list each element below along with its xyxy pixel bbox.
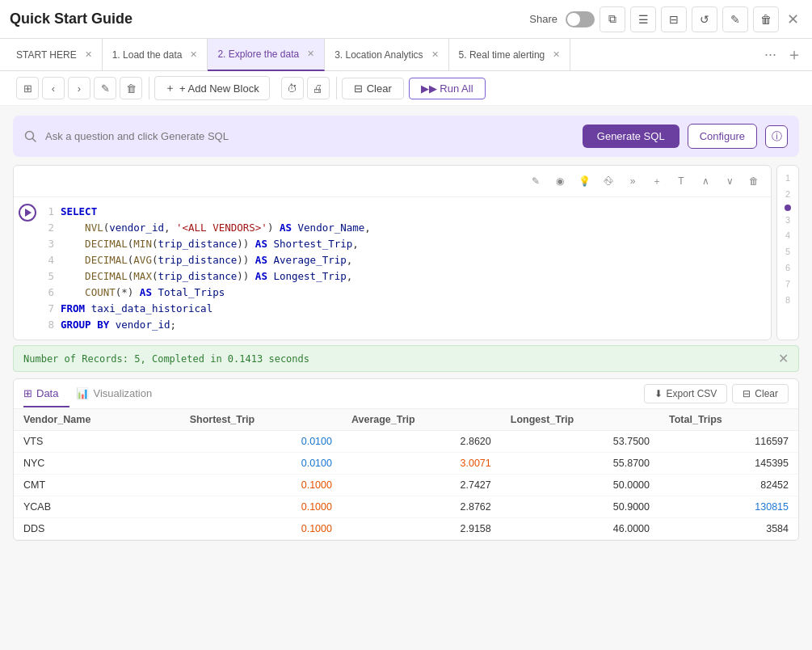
data-actions: ⬇ Export CSV ⊟ Clear — [644, 379, 789, 408]
tab-realtime-alerting[interactable]: 5. Real time alerting ✕ — [449, 39, 571, 71]
tabs-end: ··· ＋ — [761, 44, 806, 65]
lightbulb-icon-btn[interactable]: 💡 — [574, 171, 595, 192]
generate-sql-button[interactable]: Generate SQL — [583, 125, 679, 148]
tab-explore-data[interactable]: 2. Explore the data ✕ — [208, 39, 325, 71]
edit-icon-btn[interactable]: ✎ — [722, 6, 748, 32]
data-panel-tabs: ⊞ Data 📊 Visualization ⬇ Export CSV ⊟ Cl… — [14, 379, 798, 409]
cell-shortest: 0.1000 — [180, 475, 342, 496]
add-block-button[interactable]: ＋ + Add New Block — [154, 76, 270, 100]
tab-load-data[interactable]: 1. Load the data ✕ — [103, 39, 208, 71]
data-clear-button[interactable]: ⊟ Clear — [732, 384, 789, 403]
print-icon-btn[interactable]: 🖨 — [307, 77, 330, 99]
cell-shortest: 0.0100 — [180, 431, 342, 453]
down-icon-btn[interactable]: ∨ — [719, 171, 740, 192]
trash-icon-btn[interactable]: 🗑 — [743, 171, 764, 192]
col-total-trips: Total_Trips — [659, 409, 798, 431]
cell-longest: 46.0000 — [501, 518, 659, 540]
grid-icon-btn[interactable]: ⊞ — [16, 77, 39, 99]
line-numbers: 12345678 — [41, 197, 61, 340]
main-content: Generate SQL Configure ⓘ ✎ ◉ 💡 ⛗ » ＋ T ∧… — [0, 106, 812, 650]
code-block: ✎ ◉ 💡 ⛗ » ＋ T ∧ ∨ 🗑 12345678 — [13, 165, 772, 340]
title-bar: Quick Start Guide Share ⧉ ☰ ⊟ ↺ ✎ 🗑 ✕ — [0, 0, 812, 39]
expand-icon-btn[interactable]: » — [622, 171, 643, 192]
menu-icon-btn[interactable]: ☰ — [630, 6, 656, 32]
cell-total[interactable]: 130815 — [659, 496, 798, 518]
tab-start-here[interactable]: START HERE ✕ — [6, 39, 103, 71]
next-btn[interactable]: › — [68, 77, 90, 99]
pencil-icon-btn[interactable]: ✎ — [525, 171, 546, 192]
more-tabs-button[interactable]: ··· — [761, 46, 780, 63]
cell-vendor: NYC — [14, 453, 180, 475]
tab-close-start[interactable]: ✕ — [85, 49, 92, 60]
cell-total: 116597 — [659, 431, 798, 453]
cell-shortest: 0.1000 — [180, 518, 342, 540]
chart-icon: 📊 — [76, 387, 89, 399]
col-average-trip: Average_Trip — [342, 409, 501, 431]
table-row: DDS 0.1000 2.9158 46.0000 3584 — [14, 518, 798, 540]
run-button-col — [14, 197, 41, 340]
export-csv-button[interactable]: ⬇ Export CSV — [644, 384, 728, 403]
col-longest-trip: Longest_Trip — [501, 409, 659, 431]
prev-btn[interactable]: ‹ — [42, 77, 65, 99]
tab-close-realtime[interactable]: ✕ — [553, 49, 560, 60]
right-line-guide: 1 2 3 4 5 6 7 8 — [776, 165, 799, 340]
delete-icon-btn[interactable]: 🗑 — [753, 6, 779, 32]
configure-button[interactable]: Configure — [688, 124, 757, 149]
text-icon-btn[interactable]: T — [671, 171, 692, 192]
cell-vendor: CMT — [14, 475, 180, 496]
run-triangle-icon — [25, 209, 32, 217]
plus-icon: ＋ — [165, 81, 175, 95]
app-title: Quick Start Guide — [10, 11, 133, 27]
data-table-container: Vendor_Name Shortest_Trip Average_Trip L… — [14, 409, 798, 540]
add-tab-button[interactable]: ＋ — [783, 44, 806, 65]
cell-total: 145395 — [659, 453, 798, 475]
cell-shortest: 0.1000 — [180, 496, 342, 518]
code-editor[interactable]: 12345678 SELECT NVL(vendor_id, '<ALL VEN… — [14, 197, 771, 340]
table-header-row: Vendor_Name Shortest_Trip Average_Trip L… — [14, 409, 798, 431]
clear-button[interactable]: ⊟ Clear — [342, 78, 404, 99]
tab-close-location[interactable]: ✕ — [431, 49, 439, 60]
share-label: Share — [529, 13, 557, 25]
tab-close-explore[interactable]: ✕ — [307, 49, 314, 59]
clock-icon-btn[interactable]: ⏱ — [281, 77, 304, 99]
right-line-6: 6 — [785, 260, 790, 276]
col-vendor-name: Vendor_Name — [14, 409, 180, 431]
delete-block-btn[interactable]: 🗑 — [120, 77, 142, 99]
toolbar-view-group: ⏱ 🖨 — [275, 77, 337, 99]
table-row: CMT 0.1000 2.7427 50.0000 82452 — [14, 475, 798, 496]
cell-average: 2.7427 — [342, 475, 501, 496]
ai-question-input[interactable] — [45, 130, 574, 142]
edit-block-btn[interactable]: ✎ — [94, 77, 116, 99]
share-toggle[interactable] — [566, 11, 595, 27]
cell-longest: 55.8700 — [501, 453, 659, 475]
layout-icon-btn[interactable]: ⊟ — [661, 6, 687, 32]
cell-vendor: YCAB — [14, 496, 180, 518]
right-line-1: 1 — [785, 171, 790, 187]
close-button[interactable]: ✕ — [784, 7, 802, 32]
undo-icon-btn[interactable]: ↺ — [692, 6, 717, 32]
data-panel: ⊞ Data 📊 Visualization ⬇ Export CSV ⊟ Cl… — [13, 378, 799, 541]
right-line-7: 7 — [785, 276, 790, 293]
info-button[interactable]: ⓘ — [765, 125, 788, 148]
up-icon-btn[interactable]: ∧ — [695, 171, 716, 192]
copy-icon-btn[interactable]: ⧉ — [600, 6, 625, 32]
ai-bar: Generate SQL Configure ⓘ — [13, 116, 799, 157]
cell-shortest: 0.0100 — [180, 453, 342, 475]
tab-data[interactable]: ⊞ Data — [23, 381, 69, 407]
svg-line-1 — [33, 138, 36, 141]
status-close-button[interactable]: ✕ — [778, 351, 789, 366]
cell-average: 2.8620 — [342, 431, 501, 453]
code-content[interactable]: SELECT NVL(vendor_id, '<ALL VENDORS>') A… — [61, 197, 771, 340]
tab-close-load[interactable]: ✕ — [190, 49, 197, 60]
hierarchy-icon-btn[interactable]: ⛗ — [598, 171, 619, 192]
tab-visualization[interactable]: 📊 Visualization — [76, 381, 163, 407]
toggle-knob — [567, 13, 580, 26]
tab-location-analytics[interactable]: 3. Location Analytics ✕ — [325, 39, 448, 71]
cell-longest: 53.7500 — [501, 431, 659, 453]
cell-total: 3584 — [659, 518, 798, 540]
run-button[interactable] — [19, 204, 36, 222]
run-all-button[interactable]: ▶▶ Run All — [409, 78, 486, 99]
plus-icon-btn[interactable]: ＋ — [646, 171, 667, 192]
right-line-8: 8 — [785, 293, 790, 309]
eye-icon-btn[interactable]: ◉ — [549, 171, 570, 192]
